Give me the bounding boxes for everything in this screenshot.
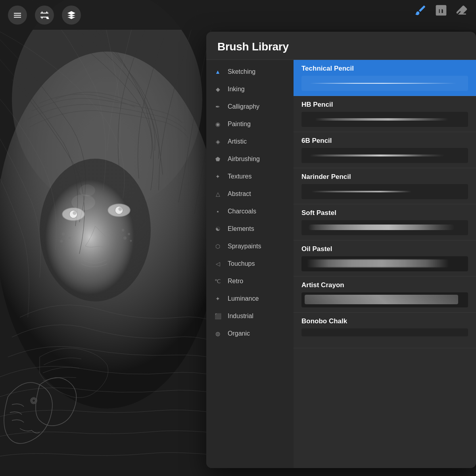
category-label-luminance: Luminance — [228, 295, 259, 302]
category-item-retro[interactable]: ℃Retro — [206, 273, 294, 290]
brush-name-soft-pastel: Soft Pastel — [301, 209, 468, 217]
svg-point-16 — [123, 236, 127, 240]
brush-name-hb-pencil: HB Pencil — [301, 101, 468, 109]
smudge-button[interactable] — [435, 4, 447, 17]
brush-stroke-oil-pastel — [301, 256, 468, 271]
category-item-elements[interactable]: ☯Elements — [206, 220, 294, 238]
brush-item-6b-pencil[interactable]: 6B Pencil — [294, 132, 476, 168]
category-item-industrial[interactable]: ⬛Industrial — [206, 307, 294, 325]
category-label-industrial: Industrial — [228, 313, 253, 320]
brush-name-oil-pastel: Oil Pastel — [301, 245, 468, 253]
brush-name-narinder-pencil: Narinder Pencil — [301, 173, 468, 181]
svg-point-6 — [73, 211, 76, 215]
panel-header: Brush Library — [206, 32, 476, 60]
category-label-painting: Painting — [228, 121, 251, 128]
sketch-background — [0, 0, 230, 476]
pointer-icon: ◁ — [213, 259, 222, 268]
svg-point-12 — [60, 240, 63, 243]
category-item-painting[interactable]: ◉Painting — [206, 115, 294, 133]
retro-c-icon: ℃ — [213, 277, 222, 286]
arrow-button[interactable] — [62, 6, 81, 25]
canvas-area — [0, 0, 230, 476]
category-label-organic: Organic — [228, 330, 250, 337]
brush-item-bonobo-chalk[interactable]: Bonobo Chalk — [294, 313, 476, 348]
star-icon: ✦ — [213, 294, 222, 303]
svg-point-10 — [62, 232, 65, 236]
brush-item-technical-pencil[interactable]: Technical Pencil — [294, 60, 476, 96]
right-toolbar — [414, 4, 468, 17]
category-label-elements: Elements — [228, 225, 254, 232]
svg-point-11 — [68, 237, 71, 239]
svg-point-20 — [71, 194, 95, 210]
menu-button[interactable] — [8, 6, 27, 25]
flame-icon: ▲ — [213, 67, 222, 76]
brush-stroke-technical-pencil — [301, 76, 468, 91]
category-item-spraypaints[interactable]: ⬡Spraypaints — [206, 238, 294, 255]
brush-name-6b-pencil: 6B Pencil — [301, 137, 468, 145]
svg-point-13 — [67, 243, 69, 245]
brush-list: Technical PencilHB Pencil6B PencilNarind… — [294, 60, 476, 468]
panel-title: Brush Library — [217, 40, 289, 53]
brush-stroke-bonobo-chalk — [301, 328, 468, 336]
category-label-textures: Textures — [228, 173, 251, 180]
asterisk-icon: ✦ — [213, 172, 222, 181]
category-item-inking[interactable]: ◆Inking — [206, 81, 294, 98]
category-label-airbrushing: Airbrushing — [228, 155, 260, 163]
category-item-charcoals[interactable]: ▪Charcoals — [206, 203, 294, 220]
category-item-organic[interactable]: ◍Organic — [206, 325, 294, 342]
drop-fill-icon: ◉ — [213, 120, 222, 129]
category-item-airbrushing[interactable]: ⬟Airbrushing — [206, 150, 294, 168]
category-list: ▲Sketching◆Inking✒Calligraphy◉Painting◈A… — [206, 60, 294, 468]
category-label-sketching: Sketching — [228, 68, 255, 75]
eraser-button[interactable] — [455, 4, 468, 17]
leaf-organic-icon: ◍ — [213, 329, 222, 338]
svg-point-19 — [32, 399, 35, 402]
category-label-artistic: Artistic — [228, 138, 247, 145]
square-icon: ▪ — [213, 207, 222, 216]
brush-name-artist-crayon: Artist Crayon — [301, 281, 468, 289]
category-label-retro: Retro — [228, 278, 243, 285]
brush-item-oil-pastel[interactable]: Oil Pastel — [294, 240, 476, 276]
category-label-charcoals: Charcoals — [228, 208, 256, 215]
brush-stroke-6b-pencil — [301, 148, 468, 163]
brush-name-technical-pencil: Technical Pencil — [301, 65, 468, 73]
spray-icon: ⬟ — [213, 155, 222, 163]
brush-stroke-soft-pastel — [301, 220, 468, 235]
category-label-touchups: Touchups — [228, 260, 255, 267]
panel-body: ▲Sketching◆Inking✒Calligraphy◉Painting◈A… — [206, 60, 476, 468]
category-item-artistic[interactable]: ◈Artistic — [206, 133, 294, 150]
yin-yang-icon: ☯ — [213, 225, 222, 233]
category-label-abstract: Abstract — [228, 190, 251, 198]
category-label-spraypaints: Spraypaints — [228, 243, 261, 250]
brush-item-soft-pastel[interactable]: Soft Pastel — [294, 204, 476, 240]
category-item-touchups[interactable]: ◁Touchups — [206, 255, 294, 273]
brush-item-artist-crayon[interactable]: Artist Crayon — [294, 276, 476, 313]
brush-name-bonobo-chalk: Bonobo Chalk — [301, 317, 468, 325]
can-icon: ⬡ — [213, 242, 222, 251]
brush-stroke-artist-crayon — [301, 292, 468, 307]
svg-point-17 — [130, 240, 132, 242]
brush-item-narinder-pencil[interactable]: Narinder Pencil — [294, 168, 476, 204]
brush-stroke-narinder-pencil — [301, 184, 468, 199]
brush-item-hb-pencil[interactable]: HB Pencil — [294, 96, 476, 132]
category-item-abstract[interactable]: △Abstract — [206, 185, 294, 203]
anvil-icon: ⬛ — [213, 312, 222, 321]
toolbar — [0, 0, 476, 30]
brush-library-panel: Brush Library ▲Sketching◆Inking✒Calligra… — [206, 32, 476, 468]
category-item-calligraphy[interactable]: ✒Calligraphy — [206, 98, 294, 115]
category-label-inking: Inking — [228, 86, 245, 93]
leaf-icon: ◈ — [213, 137, 222, 146]
svg-point-9 — [119, 207, 122, 211]
svg-point-15 — [128, 233, 130, 235]
drop-icon: ◆ — [213, 85, 222, 94]
brush-button[interactable] — [414, 4, 427, 17]
category-label-calligraphy: Calligraphy — [228, 103, 259, 110]
transform-button[interactable] — [35, 6, 54, 25]
svg-point-21 — [79, 184, 95, 196]
category-item-sketching[interactable]: ▲Sketching — [206, 63, 294, 81]
brush-stroke-hb-pencil — [301, 112, 468, 127]
triangle-icon: △ — [213, 190, 222, 198]
category-item-textures[interactable]: ✦Textures — [206, 168, 294, 185]
category-item-luminance[interactable]: ✦Luminance — [206, 290, 294, 307]
pen-nib-icon: ✒ — [213, 102, 222, 111]
